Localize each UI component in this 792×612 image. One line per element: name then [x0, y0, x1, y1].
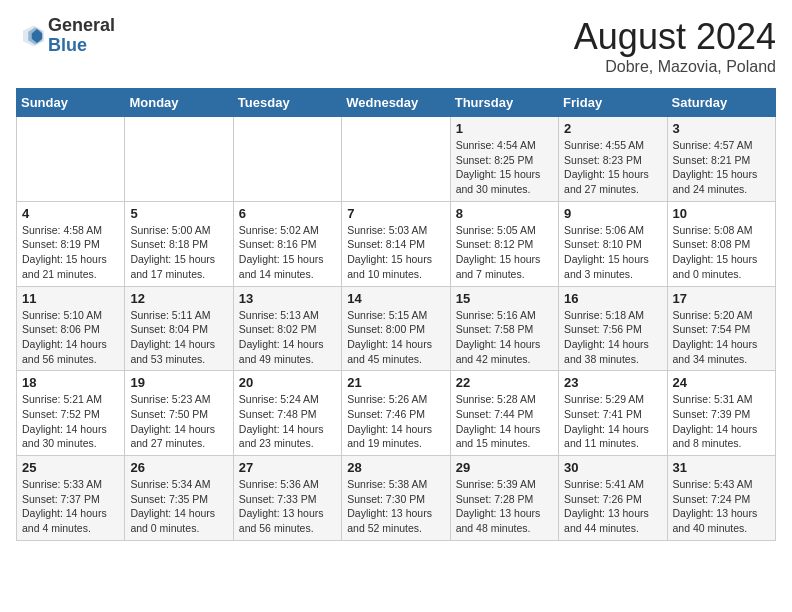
day-info: Sunrise: 5:20 AM Sunset: 7:54 PM Dayligh… — [673, 308, 770, 367]
day-number: 19 — [130, 375, 227, 390]
week-row-4: 18Sunrise: 5:21 AM Sunset: 7:52 PM Dayli… — [17, 371, 776, 456]
calendar-cell: 1Sunrise: 4:54 AM Sunset: 8:25 PM Daylig… — [450, 117, 558, 202]
day-number: 17 — [673, 291, 770, 306]
day-info: Sunrise: 5:31 AM Sunset: 7:39 PM Dayligh… — [673, 392, 770, 451]
day-info: Sunrise: 5:43 AM Sunset: 7:24 PM Dayligh… — [673, 477, 770, 536]
day-info: Sunrise: 5:28 AM Sunset: 7:44 PM Dayligh… — [456, 392, 553, 451]
day-number: 14 — [347, 291, 444, 306]
calendar-cell: 23Sunrise: 5:29 AM Sunset: 7:41 PM Dayli… — [559, 371, 667, 456]
day-info: Sunrise: 5:21 AM Sunset: 7:52 PM Dayligh… — [22, 392, 119, 451]
day-info: Sunrise: 5:41 AM Sunset: 7:26 PM Dayligh… — [564, 477, 661, 536]
weekday-header-row: SundayMondayTuesdayWednesdayThursdayFrid… — [17, 89, 776, 117]
day-number: 7 — [347, 206, 444, 221]
calendar-cell: 26Sunrise: 5:34 AM Sunset: 7:35 PM Dayli… — [125, 456, 233, 541]
calendar-cell: 27Sunrise: 5:36 AM Sunset: 7:33 PM Dayli… — [233, 456, 341, 541]
day-number: 3 — [673, 121, 770, 136]
calendar-cell: 31Sunrise: 5:43 AM Sunset: 7:24 PM Dayli… — [667, 456, 775, 541]
day-number: 21 — [347, 375, 444, 390]
day-number: 29 — [456, 460, 553, 475]
calendar-cell: 19Sunrise: 5:23 AM Sunset: 7:50 PM Dayli… — [125, 371, 233, 456]
day-number: 11 — [22, 291, 119, 306]
day-number: 30 — [564, 460, 661, 475]
calendar-table: SundayMondayTuesdayWednesdayThursdayFrid… — [16, 88, 776, 541]
day-info: Sunrise: 5:03 AM Sunset: 8:14 PM Dayligh… — [347, 223, 444, 282]
day-number: 24 — [673, 375, 770, 390]
weekday-sunday: Sunday — [17, 89, 125, 117]
day-info: Sunrise: 5:00 AM Sunset: 8:18 PM Dayligh… — [130, 223, 227, 282]
day-number: 9 — [564, 206, 661, 221]
day-info: Sunrise: 5:26 AM Sunset: 7:46 PM Dayligh… — [347, 392, 444, 451]
calendar-cell: 15Sunrise: 5:16 AM Sunset: 7:58 PM Dayli… — [450, 286, 558, 371]
day-number: 31 — [673, 460, 770, 475]
calendar-cell: 4Sunrise: 4:58 AM Sunset: 8:19 PM Daylig… — [17, 201, 125, 286]
weekday-tuesday: Tuesday — [233, 89, 341, 117]
calendar-cell: 20Sunrise: 5:24 AM Sunset: 7:48 PM Dayli… — [233, 371, 341, 456]
logo-blue: Blue — [48, 35, 87, 55]
day-info: Sunrise: 5:10 AM Sunset: 8:06 PM Dayligh… — [22, 308, 119, 367]
day-info: Sunrise: 5:16 AM Sunset: 7:58 PM Dayligh… — [456, 308, 553, 367]
day-number: 6 — [239, 206, 336, 221]
calendar-cell: 29Sunrise: 5:39 AM Sunset: 7:28 PM Dayli… — [450, 456, 558, 541]
weekday-monday: Monday — [125, 89, 233, 117]
calendar-cell: 18Sunrise: 5:21 AM Sunset: 7:52 PM Dayli… — [17, 371, 125, 456]
weekday-thursday: Thursday — [450, 89, 558, 117]
logo-general: General — [48, 15, 115, 35]
calendar-cell: 17Sunrise: 5:20 AM Sunset: 7:54 PM Dayli… — [667, 286, 775, 371]
day-info: Sunrise: 5:15 AM Sunset: 8:00 PM Dayligh… — [347, 308, 444, 367]
day-info: Sunrise: 5:08 AM Sunset: 8:08 PM Dayligh… — [673, 223, 770, 282]
day-number: 13 — [239, 291, 336, 306]
calendar-cell: 13Sunrise: 5:13 AM Sunset: 8:02 PM Dayli… — [233, 286, 341, 371]
calendar-cell: 12Sunrise: 5:11 AM Sunset: 8:04 PM Dayli… — [125, 286, 233, 371]
calendar-cell: 11Sunrise: 5:10 AM Sunset: 8:06 PM Dayli… — [17, 286, 125, 371]
day-number: 20 — [239, 375, 336, 390]
calendar-cell — [233, 117, 341, 202]
week-row-5: 25Sunrise: 5:33 AM Sunset: 7:37 PM Dayli… — [17, 456, 776, 541]
day-number: 2 — [564, 121, 661, 136]
weekday-friday: Friday — [559, 89, 667, 117]
day-info: Sunrise: 5:39 AM Sunset: 7:28 PM Dayligh… — [456, 477, 553, 536]
day-info: Sunrise: 5:38 AM Sunset: 7:30 PM Dayligh… — [347, 477, 444, 536]
day-info: Sunrise: 5:02 AM Sunset: 8:16 PM Dayligh… — [239, 223, 336, 282]
calendar-cell: 3Sunrise: 4:57 AM Sunset: 8:21 PM Daylig… — [667, 117, 775, 202]
day-number: 28 — [347, 460, 444, 475]
week-row-3: 11Sunrise: 5:10 AM Sunset: 8:06 PM Dayli… — [17, 286, 776, 371]
day-info: Sunrise: 4:55 AM Sunset: 8:23 PM Dayligh… — [564, 138, 661, 197]
day-number: 25 — [22, 460, 119, 475]
calendar-cell: 8Sunrise: 5:05 AM Sunset: 8:12 PM Daylig… — [450, 201, 558, 286]
day-number: 8 — [456, 206, 553, 221]
day-info: Sunrise: 5:11 AM Sunset: 8:04 PM Dayligh… — [130, 308, 227, 367]
day-info: Sunrise: 5:24 AM Sunset: 7:48 PM Dayligh… — [239, 392, 336, 451]
logo: General Blue — [16, 16, 115, 56]
day-info: Sunrise: 4:57 AM Sunset: 8:21 PM Dayligh… — [673, 138, 770, 197]
page-header: General Blue August 2024 Dobre, Mazovia,… — [16, 16, 776, 76]
calendar-cell: 5Sunrise: 5:00 AM Sunset: 8:18 PM Daylig… — [125, 201, 233, 286]
calendar-cell: 9Sunrise: 5:06 AM Sunset: 8:10 PM Daylig… — [559, 201, 667, 286]
calendar-cell: 14Sunrise: 5:15 AM Sunset: 8:00 PM Dayli… — [342, 286, 450, 371]
weekday-saturday: Saturday — [667, 89, 775, 117]
calendar-cell: 25Sunrise: 5:33 AM Sunset: 7:37 PM Dayli… — [17, 456, 125, 541]
day-number: 23 — [564, 375, 661, 390]
day-info: Sunrise: 5:29 AM Sunset: 7:41 PM Dayligh… — [564, 392, 661, 451]
calendar-cell: 7Sunrise: 5:03 AM Sunset: 8:14 PM Daylig… — [342, 201, 450, 286]
calendar-cell: 30Sunrise: 5:41 AM Sunset: 7:26 PM Dayli… — [559, 456, 667, 541]
day-number: 12 — [130, 291, 227, 306]
logo-icon — [16, 22, 44, 50]
calendar-cell: 28Sunrise: 5:38 AM Sunset: 7:30 PM Dayli… — [342, 456, 450, 541]
day-info: Sunrise: 5:33 AM Sunset: 7:37 PM Dayligh… — [22, 477, 119, 536]
day-number: 22 — [456, 375, 553, 390]
calendar-cell: 21Sunrise: 5:26 AM Sunset: 7:46 PM Dayli… — [342, 371, 450, 456]
day-number: 16 — [564, 291, 661, 306]
calendar-title: August 2024 — [574, 16, 776, 58]
calendar-cell: 6Sunrise: 5:02 AM Sunset: 8:16 PM Daylig… — [233, 201, 341, 286]
day-info: Sunrise: 5:34 AM Sunset: 7:35 PM Dayligh… — [130, 477, 227, 536]
day-number: 27 — [239, 460, 336, 475]
day-info: Sunrise: 5:36 AM Sunset: 7:33 PM Dayligh… — [239, 477, 336, 536]
day-number: 10 — [673, 206, 770, 221]
day-info: Sunrise: 5:18 AM Sunset: 7:56 PM Dayligh… — [564, 308, 661, 367]
day-number: 26 — [130, 460, 227, 475]
day-info: Sunrise: 5:05 AM Sunset: 8:12 PM Dayligh… — [456, 223, 553, 282]
day-info: Sunrise: 4:58 AM Sunset: 8:19 PM Dayligh… — [22, 223, 119, 282]
calendar-subtitle: Dobre, Mazovia, Poland — [574, 58, 776, 76]
day-info: Sunrise: 5:23 AM Sunset: 7:50 PM Dayligh… — [130, 392, 227, 451]
calendar-cell — [342, 117, 450, 202]
